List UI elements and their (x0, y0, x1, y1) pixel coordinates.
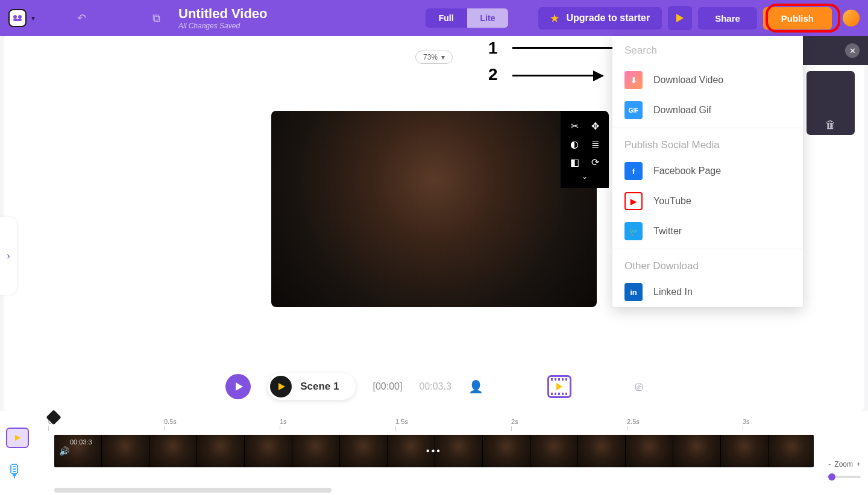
move-icon[interactable]: ✥ (586, 118, 604, 134)
zoom-minus[interactable]: - (828, 460, 831, 469)
zoom-value: 73% (423, 53, 438, 61)
menu-facebook[interactable]: f Facebook Page (612, 156, 803, 186)
clip-duration: 00:03:3 (70, 438, 92, 446)
tick: 0.5s (164, 418, 177, 425)
timeline-ruler[interactable]: 0s 0.5s 1s 1.5s 2s 2.5s 3s (48, 418, 820, 430)
menu-twitter[interactable]: 🐦 Twitter (612, 216, 803, 246)
video-frame-preview (271, 111, 597, 307)
copy-icon[interactable]: ⧉ (146, 8, 166, 28)
upgrade-label: Upgrade to starter (566, 13, 650, 23)
expand-sidebar-tab[interactable]: › (0, 217, 17, 295)
tick: 2s (511, 418, 518, 425)
timeline-scrollbar[interactable] (54, 488, 332, 493)
canvas-zoom-chip[interactable]: 73% ▾ (415, 51, 453, 64)
toolbar-expand-icon[interactable]: ⌄ (565, 172, 604, 181)
section-social-header: Publish Social Media (612, 131, 803, 156)
svg-point-0 (13, 15, 17, 19)
app-logo[interactable] (8, 9, 27, 27)
undo-icon[interactable]: ↶ (71, 8, 92, 28)
tick: 1s (280, 418, 287, 425)
time-current: [00:00] (373, 381, 402, 392)
timeline-zoom-slider[interactable] (827, 476, 861, 478)
twitter-icon: 🐦 (624, 222, 643, 240)
youtube-icon: ▶ (624, 192, 643, 210)
top-bar: ▾ ↶ ⧉ Untitled Video All Changes Saved F… (0, 0, 868, 36)
mode-lite-button[interactable]: Lite (467, 8, 509, 28)
twitter-label: Twitter (653, 226, 682, 237)
share-button[interactable]: Share (698, 7, 757, 30)
scene-control-row: Scene 1 [00:00] 00:03.3 👤 ⎚ (4, 373, 864, 400)
zoom-label: Zoom (834, 460, 853, 469)
annotation-arrow-2 (512, 75, 603, 76)
person-icon[interactable]: 👤 (468, 379, 483, 394)
timeline-zoom-control: - Zoom + (828, 460, 861, 469)
menu-linkedin[interactable]: in Linked In (612, 277, 803, 307)
tick: 2.5s (627, 418, 640, 425)
clip-thumbnail-panel: 🗑 (807, 71, 855, 135)
zoom-plus[interactable]: + (857, 460, 861, 469)
svg-rect-2 (13, 19, 22, 21)
properties-panel-header: ✕ (803, 36, 868, 65)
divider (612, 128, 803, 128)
logo-dropdown-caret[interactable]: ▾ (31, 14, 35, 22)
film-icon[interactable] (547, 375, 571, 398)
timeline-clip[interactable]: 🔊 00:03:3 ••• (54, 435, 814, 467)
tick: 1.5s (395, 418, 408, 425)
publish-button[interactable]: Publish (763, 7, 832, 30)
time-duration: 00:03.3 (419, 381, 451, 392)
play-icon (676, 14, 684, 22)
focus-icon[interactable]: ⎚ (635, 380, 643, 394)
linkedin-label: Linked In (653, 287, 693, 297)
menu-youtube[interactable]: ▶ YouTube (612, 186, 803, 216)
play-scene-button[interactable] (225, 374, 251, 399)
menu-download-gif[interactable]: GIF Download Gif (612, 95, 803, 125)
timeline-track-icons: 🎙 (6, 428, 29, 482)
tick: 3s (743, 418, 750, 425)
divider (612, 249, 803, 249)
levels-icon[interactable]: ≣ (586, 136, 604, 152)
facebook-icon: f (624, 162, 643, 180)
video-track-icon[interactable] (6, 428, 29, 448)
upgrade-button[interactable]: ★ Upgrade to starter (538, 7, 662, 30)
clip-audio-icon: 🔊 (59, 446, 69, 456)
download-gif-icon: GIF (624, 101, 643, 119)
timeline-panel: 🎙 0s 0.5s 1s 1.5s 2s 2.5s 3s 🔊 00:03:3 •… (0, 411, 868, 495)
section-other-header: Other Download (612, 252, 803, 277)
contrast-icon[interactable]: ◐ (565, 136, 583, 152)
canvas-edit-toolbar: ✂ ✥ ◐ ≣ ◧ ⟳ ⌄ (561, 111, 609, 188)
mode-segmented-control: Full Lite (426, 8, 509, 28)
annotation-number-2: 2 (488, 65, 498, 84)
download-gif-label: Download Gif (653, 105, 711, 116)
linkedin-icon: in (624, 283, 643, 301)
mirror-icon[interactable]: ◧ (565, 154, 583, 170)
facebook-label: Facebook Page (653, 166, 721, 176)
download-video-icon: ⬇ (624, 71, 643, 89)
title-block: Untitled Video All Changes Saved (178, 6, 268, 30)
youtube-label: YouTube (653, 196, 691, 207)
save-status: All Changes Saved (178, 22, 268, 30)
mode-full-button[interactable]: Full (426, 8, 467, 28)
scene-name: Scene 1 (300, 381, 339, 393)
star-icon: ★ (550, 13, 559, 24)
scene-play-icon (270, 376, 292, 397)
scissors-icon[interactable]: ✂ (565, 118, 583, 134)
scene-selector[interactable]: Scene 1 (268, 373, 356, 400)
close-panel-icon[interactable]: ✕ (845, 43, 860, 58)
publish-dropdown: Search ⬇ Download Video GIF Download Gif… (612, 36, 803, 307)
annotation-number-1: 1 (488, 39, 498, 58)
user-avatar[interactable] (843, 10, 860, 26)
menu-download-video[interactable]: ⬇ Download Video (612, 65, 803, 95)
reload-icon[interactable]: ⟳ (586, 154, 604, 170)
download-video-label: Download Video (653, 75, 723, 86)
video-canvas[interactable] (271, 111, 597, 307)
svg-point-1 (18, 15, 22, 19)
audio-track-icon[interactable]: 🎙 (6, 461, 29, 482)
video-title[interactable]: Untitled Video (178, 6, 268, 22)
clip-more-icon[interactable]: ••• (426, 446, 442, 456)
preview-play-button[interactable] (668, 6, 692, 30)
publish-search-input[interactable]: Search (612, 36, 803, 65)
chevron-down-icon: ▾ (441, 53, 445, 61)
trash-icon[interactable]: 🗑 (825, 119, 836, 131)
